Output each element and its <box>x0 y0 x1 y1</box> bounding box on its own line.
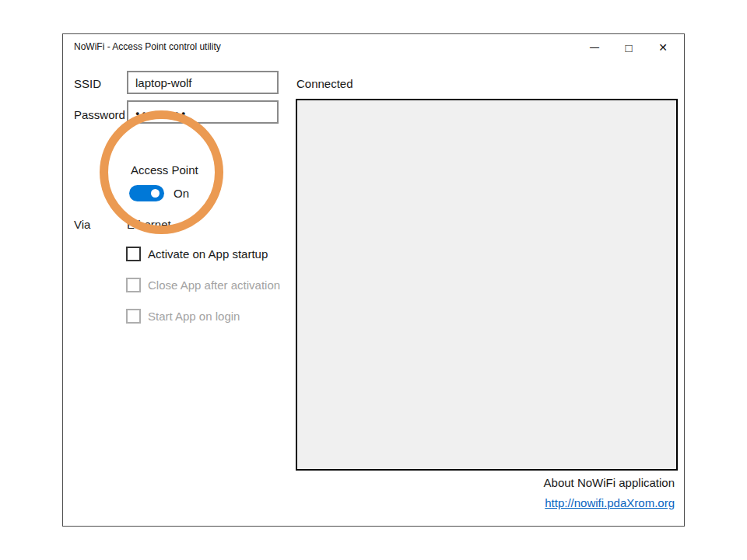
via-label: Via <box>74 218 90 231</box>
checkbox-label: Activate on App startup <box>148 247 268 261</box>
checkbox-close-after-activation: Close App after activation <box>126 277 280 292</box>
access-point-toggle[interactable] <box>129 185 164 201</box>
access-point-label: Access Point <box>131 163 198 177</box>
checkbox-label: Start App on login <box>148 310 240 323</box>
password-input[interactable]: ●●●●●●●● <box>127 100 279 124</box>
window-controls: — □ ✕ <box>583 37 675 58</box>
minimize-button[interactable]: — <box>583 37 606 58</box>
checkbox-label: Close App after activation <box>148 278 280 292</box>
about-label: About NoWiFi application <box>544 476 675 489</box>
toggle-state-label: On <box>174 187 189 200</box>
toggle-knob <box>151 189 160 198</box>
checkbox-icon <box>126 278 141 292</box>
checkbox-start-on-login: Start App on login <box>126 308 240 324</box>
about-link[interactable]: http://nowifi.pdaXrom.org <box>545 496 675 509</box>
maximize-icon: □ <box>625 41 632 54</box>
maximize-button[interactable]: □ <box>617 37 640 58</box>
app-window: NoWiFi - Access Point control utility — … <box>62 33 685 527</box>
checkbox-activate-on-startup[interactable]: Activate on App startup <box>126 246 268 261</box>
minimize-icon: — <box>590 42 599 53</box>
close-button[interactable]: ✕ <box>651 37 675 58</box>
checkbox-icon[interactable] <box>126 247 141 261</box>
connected-clients-panel <box>296 99 678 471</box>
window-title: NoWiFi - Access Point control utility <box>74 41 221 52</box>
ssid-label: SSID <box>74 77 101 90</box>
via-value[interactable]: Ethernet <box>127 218 171 231</box>
close-icon: ✕ <box>658 41 668 54</box>
checkbox-icon <box>126 309 141 324</box>
password-label: Password <box>74 108 125 121</box>
connection-status-label: Connected <box>296 77 353 90</box>
ssid-input[interactable] <box>127 71 279 94</box>
